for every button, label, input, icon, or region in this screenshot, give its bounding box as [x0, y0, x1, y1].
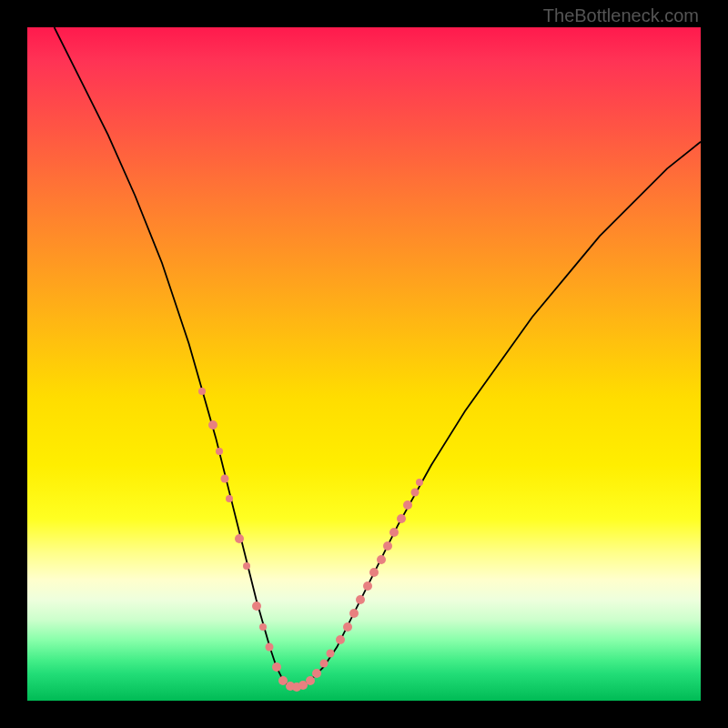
data-marker — [312, 669, 321, 678]
data-marker — [226, 495, 233, 502]
data-marker — [377, 555, 386, 564]
data-marker — [349, 609, 359, 618]
data-marker — [208, 420, 217, 430]
data-marker — [266, 642, 274, 651]
data-marker — [336, 635, 345, 644]
plot-area — [27, 27, 701, 701]
data-marker — [259, 623, 267, 631]
data-marker — [410, 488, 419, 496]
data-marker — [216, 448, 223, 455]
data-marker — [252, 602, 261, 611]
watermark-text: TheBottleneck.com — [543, 5, 699, 26]
bottleneck-curve — [55, 27, 701, 687]
data-marker — [319, 660, 328, 668]
data-marker — [198, 388, 206, 395]
data-marker — [416, 479, 423, 486]
chart-container: TheBottleneck.com — [0, 0, 728, 728]
data-marker — [369, 568, 379, 577]
data-marker — [243, 562, 250, 570]
data-marker — [397, 514, 406, 523]
data-marker — [220, 474, 228, 482]
data-marker — [356, 595, 365, 604]
data-marker — [327, 650, 335, 658]
data-marker — [363, 581, 372, 591]
data-marker — [383, 541, 392, 551]
data-marker — [403, 500, 412, 510]
data-marker — [272, 662, 281, 672]
data-marker — [235, 534, 244, 543]
data-marker — [389, 528, 399, 537]
data-marker — [343, 622, 352, 632]
